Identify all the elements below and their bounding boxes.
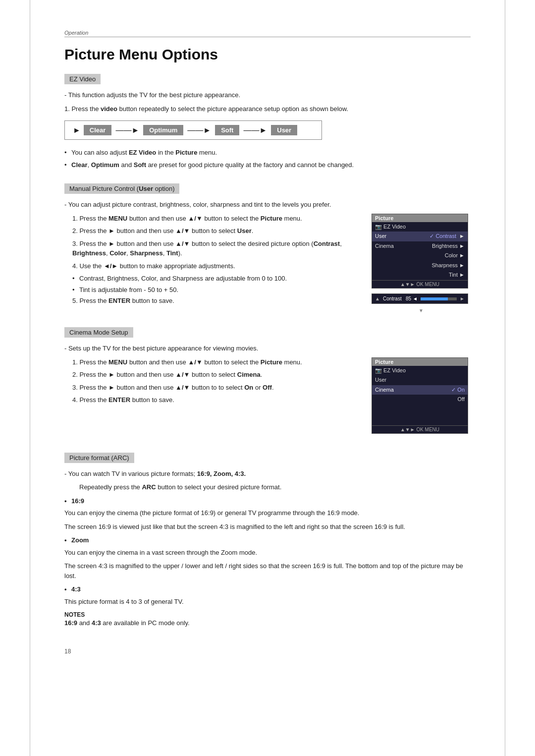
tv-menu-ezvideo-label: 📷 EZ Video [375,223,406,232]
cinema-menu-row-cinema: Cinema ✓ On [372,385,468,395]
tv-menu-row-user: User ✓ Contrast ► [372,232,468,241]
manual-step-1: 1. Press the MENU button and then use ▲/… [64,214,362,224]
cinema-menu: Picture 📷 EZ Video User Cinema ✓ On [372,357,471,439]
contrast-right-arrow: ► [460,296,465,301]
ez-video-flow: ► Clear ——► Optimum ——► Soft ——► User [64,120,322,140]
ez-video-bullet2: Clear, Optimum and Soft are preset for g… [64,160,471,170]
cinema-mode-steps: 1. Press the MENU button and then use ▲/… [64,357,362,408]
format-43-text: This picture format is 4 to 3 of general… [64,597,471,607]
cinema-step-1: 1. Press the MENU button and then use ▲/… [64,357,362,367]
page-number: 18 [64,648,471,655]
tv-menu-tint-label: Tint ► [449,271,465,280]
flow-user: User [271,125,297,135]
cinema-mode-section: Cinema Mode Setup - Sets up the TV for t… [64,327,471,439]
picture-format-section: Picture format (ARC) - You can watch TV … [64,453,471,628]
tv-menu-row-ezvideo: 📷 EZ Video [372,222,468,232]
flow-arrow-2: ——► [187,126,211,135]
flow-arrow-start: ► [73,126,81,135]
tv-menu-body: 📷 EZ Video User ✓ Contrast ► Cinema Brig… [372,222,468,281]
manual-step-5: 5. Press the ENTER button to save. [64,296,362,306]
tv-menu-title: Picture [372,214,468,222]
contrast-fill [421,297,448,300]
manual-picture-intro: - You can adjust picture contrast, brigh… [64,200,471,210]
format-169-block: 16:9 You can enjoy the cinema (the pictu… [64,496,471,532]
tv-menu-row-color: Color ► [372,251,468,261]
format-169-text2: The screen 16:9 is viewed just like that… [64,522,471,532]
manual-step-3: 3. Press the ► button and then use ▲/▼ b… [64,239,362,258]
cinema-mode-intro: - Sets up the TV for the best picture ap… [64,344,471,353]
contrast-label: Contrast 85 ◄ [383,296,418,301]
cinema-menu-row-user: User [372,375,468,385]
tv-menu-cinema-body: 📷 EZ Video User Cinema ✓ On Off [372,366,468,425]
cinema-step-3: 3. Press the ► button and then use ▲/▼ b… [64,383,362,393]
notes-label: NOTES [64,611,471,618]
page-title: Picture Menu Options [64,46,471,63]
cinema-menu-row-ezvideo: 📷 EZ Video [372,366,468,376]
format-zoom-text1: You can enjoy the cinema in a vast scree… [64,548,471,558]
notes-text: 16:9 and 4:3 are available in PC mode on… [64,618,471,628]
format-43-block: 4:3 This picture format is 4 to 3 of gen… [64,584,471,606]
tv-menu-user-label: User [375,232,386,241]
manual-step-4: 4. Use the ◄/► button to make appropriat… [64,261,362,271]
cinema-step-2: 2. Press the ► button and then use ▲/▼ b… [64,370,362,380]
tv-menu-cinema-footer: ▲▼► OK MENU [372,425,468,433]
manual-picture-header: Manual Picture Control (User option) [64,183,179,194]
cinema-menu-row-empty3 [372,418,468,425]
notes-block: NOTES 16:9 and 4:3 are available in PC m… [64,611,471,628]
ez-video-intro: - This function adjusts the TV for the b… [64,90,471,100]
manual-picture-content: 1. Press the MENU button and then use ▲/… [64,214,471,314]
tv-menu-cinema-label: Cinema [375,242,394,251]
cinema-menu-row-off: Off [372,395,468,405]
tv-menu-brightness-label: Brightness ► [432,242,465,251]
manual-step-2: 2. Press the ► button and then use ▲/▼ b… [64,226,362,236]
tv-menu-row-tint: Tint ► [372,270,468,280]
picture-format-intro: - You can watch TV in various picture fo… [64,469,471,479]
tv-menu-user-value: ✓ Contrast ► [429,232,465,241]
contrast-track [421,297,457,300]
tv-menu-row-sharpness: Sharpness ► [372,261,468,271]
manual-sub-bullet-2: Tint is adjustable from - 50 to + 50. [64,285,362,295]
flow-soft: Soft [215,125,239,135]
manual-picture-steps: 1. Press the MENU button and then use ▲/… [64,214,362,309]
manual-picture-menu: Picture 📷 EZ Video User ✓ Contrast ► Cin… [372,214,471,314]
tv-menu-picture: Picture 📷 EZ Video User ✓ Contrast ► Cin… [372,214,468,289]
cinema-mode-header: Cinema Mode Setup [64,327,133,338]
tv-menu-cinema: Picture 📷 EZ Video User Cinema ✓ On [372,357,468,434]
manual-picture-section: Manual Picture Control (User option) - Y… [64,183,471,313]
tv-menu-footer: ▲▼► OK MENU [372,280,468,288]
flow-clear: Clear [84,125,112,135]
ez-video-step1: 1. Press the video button repeatedly to … [64,104,471,114]
flow-optimum: Optimum [143,125,183,135]
tv-menu-color-label: Color ► [445,251,465,260]
format-43-label: 4:3 [64,584,471,594]
cinema-mode-content: 1. Press the MENU button and then use ▲/… [64,357,471,439]
cinema-menu-row-empty2 [372,411,468,418]
cinema-menu-row-empty1 [372,405,468,411]
picture-format-header: Picture format (ARC) [64,453,134,463]
format-zoom-block: Zoom You can enjoy the cinema in a vast … [64,535,471,581]
ez-video-bullet1: You can also adjust EZ Video in the Pict… [64,148,471,158]
flow-arrow-3: ——► [243,126,267,135]
manual-sub-bullet-1: Contrast, Brightness, Color, and Sharpne… [64,274,362,284]
tv-menu-cinema-title: Picture [372,358,468,366]
tv-menu-row-cinema: Cinema Brightness ► [372,241,468,251]
format-zoom-label: Zoom [64,535,471,545]
picture-format-intro2: Repeatedly press the ARC button to selec… [64,482,471,492]
operation-label: Operation [64,30,471,36]
contrast-bar: ▲ Contrast 85 ◄ ► [372,293,468,304]
contrast-down-arrow: ▼ [372,308,471,313]
tv-menu-sharpness-label: Sharpness ► [431,261,465,270]
flow-arrow-1: ——► [115,126,139,135]
ez-video-section: EZ Video - This function adjusts the TV … [64,74,471,170]
contrast-up-arrow: ▲ [375,296,380,301]
format-169-text1: You can enjoy the cinema (the picture fo… [64,508,471,518]
ez-video-header: EZ Video [64,74,101,84]
format-zoom-text2: The screen 4:3 is magnified to the upper… [64,561,471,581]
cinema-step-4: 4. Press the ENTER button to save. [64,395,362,405]
format-169-label: 16:9 [64,496,471,506]
